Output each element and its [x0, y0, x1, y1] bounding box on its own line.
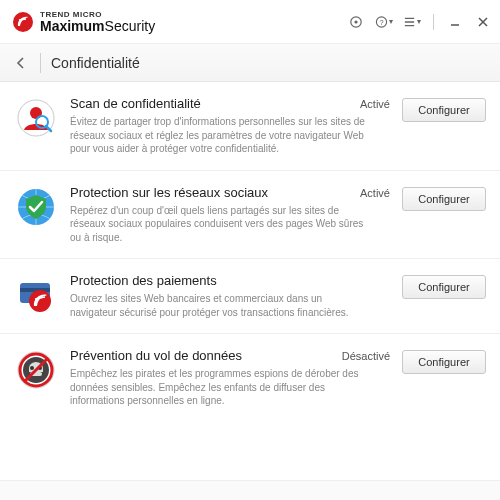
configure-button[interactable]: Configurer	[402, 275, 486, 299]
configure-button[interactable]: Configurer	[402, 98, 486, 122]
row-payment-protection: Protection des paiements Ouvrez les site…	[0, 259, 500, 334]
close-button[interactable]	[474, 13, 492, 31]
help-icon[interactable]: ? ▾	[375, 13, 393, 31]
row-status: Activé	[360, 98, 390, 110]
social-protection-icon	[14, 185, 58, 227]
subheader: Confidentialité	[0, 44, 500, 82]
row-desc: Empêchez les pirates et les programmes e…	[70, 367, 370, 408]
row-title: Protection sur les réseaux sociaux	[70, 185, 350, 200]
row-desc: Repérez d'un coup d'œil quels liens part…	[70, 204, 370, 245]
row-title: Protection des paiements	[70, 273, 380, 288]
svg-point-2	[354, 20, 357, 23]
row-status: Activé	[360, 187, 390, 199]
configure-button[interactable]: Configurer	[402, 350, 486, 374]
row-title: Prévention du vol de données	[70, 348, 332, 363]
titlebar-actions: ? ▾ ▾	[347, 13, 492, 31]
payment-protection-icon	[14, 273, 58, 315]
row-title: Scan de confidentialité	[70, 96, 350, 111]
svg-point-0	[13, 12, 33, 32]
back-button[interactable]	[12, 54, 30, 72]
brand-logo-icon	[12, 11, 34, 33]
titlebar: TREND MICRO MaximumSecurity ? ▾ ▾	[0, 0, 500, 44]
privacy-scan-icon	[14, 96, 58, 138]
svg-point-14	[30, 366, 34, 370]
row-desc: Évitez de partager trop d'informations p…	[70, 115, 370, 156]
svg-point-11	[29, 290, 51, 312]
sync-icon[interactable]	[347, 13, 365, 31]
row-social-protection: Protection sur les réseaux sociaux Activ…	[0, 171, 500, 260]
minimize-button[interactable]	[446, 13, 464, 31]
menu-icon[interactable]: ▾	[403, 13, 421, 31]
row-privacy-scan: Scan de confidentialité Activé Évitez de…	[0, 82, 500, 171]
page-title: Confidentialité	[51, 55, 140, 71]
row-status: Désactivé	[342, 350, 390, 362]
brand-main: MaximumSecurity	[40, 19, 155, 33]
data-theft-icon	[14, 348, 58, 390]
settings-list: Scan de confidentialité Activé Évitez de…	[0, 82, 500, 480]
svg-text:?: ?	[379, 17, 383, 26]
row-desc: Ouvrez les sites Web bancaires et commer…	[70, 292, 370, 319]
row-data-theft: Prévention du vol de données Désactivé E…	[0, 334, 500, 422]
configure-button[interactable]: Configurer	[402, 187, 486, 211]
brand-text: TREND MICRO MaximumSecurity	[40, 11, 155, 33]
footer	[0, 480, 500, 500]
